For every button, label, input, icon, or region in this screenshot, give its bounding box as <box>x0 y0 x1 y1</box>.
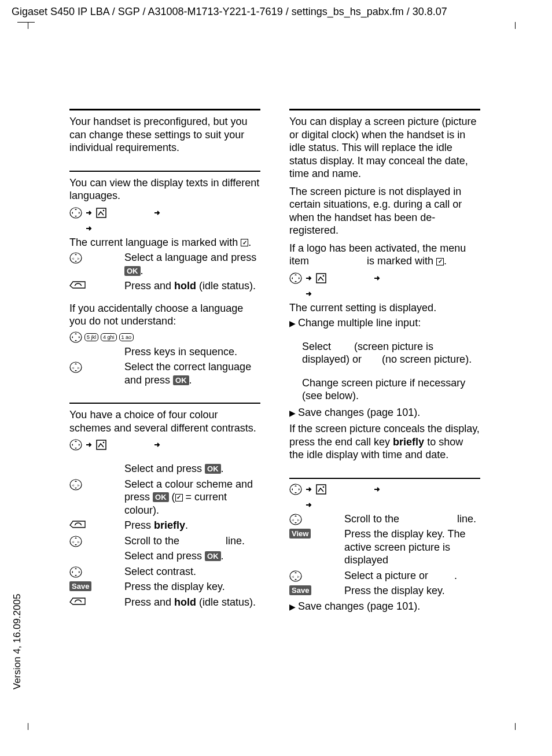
menu-icon <box>316 484 326 495</box>
arrow-icon <box>154 210 161 216</box>
nav-sequence <box>289 272 480 297</box>
arrow-icon <box>306 291 312 297</box>
nav-key-icon <box>69 479 82 491</box>
current-setting: The current setting is displayed. <box>289 301 480 315</box>
menu-icon <box>96 208 106 218</box>
instruction-row: Select contrast. <box>69 565 260 578</box>
crop-mark <box>17 22 29 23</box>
instruction-row: Select and press OK. <box>69 550 260 563</box>
screen-pic-p1: You can display a screen picture (pictur… <box>289 115 480 180</box>
nav-key-icon <box>289 272 302 284</box>
instruction-row: Press and hold (idle status). <box>69 279 260 293</box>
instruction-row: Select a picture or . <box>289 569 480 582</box>
display-intro: You have a choice of four colour schemes… <box>69 408 260 434</box>
instruction-row: Select a language and press OK. <box>69 251 260 277</box>
nav-key-icon <box>69 362 82 373</box>
end-call-key-icon <box>69 597 86 606</box>
save-displaykey: Save <box>69 581 91 591</box>
nav-key-icon <box>69 252 82 264</box>
arrow-icon <box>86 226 93 231</box>
menu-icon <box>316 273 326 283</box>
doc-header: Gigaset S450 IP LBA / SGP / A31008-M1713… <box>0 0 552 19</box>
save-changes: ▶Save changes (page 101). <box>289 406 480 419</box>
right-column: You can display a screen picture (pictur… <box>289 106 480 615</box>
nav-key-icon <box>289 570 302 582</box>
check-icon: ✓ <box>241 239 248 246</box>
lang-intro: You can view the display texts in differ… <box>69 176 260 202</box>
divider <box>289 478 480 479</box>
screen-pic-p3: If a logo has been activated, the menu i… <box>289 242 480 268</box>
instruction-row: Press keys in sequence. <box>69 345 260 359</box>
crop-mark <box>515 22 516 29</box>
instruction-row: Select and press OK. <box>69 462 260 475</box>
instruction-row: View Press the display key. The active s… <box>289 528 480 567</box>
divider <box>69 171 260 172</box>
arrow-icon <box>374 275 381 281</box>
menu-icon <box>96 440 106 450</box>
nav-key-icon <box>69 439 82 451</box>
arrow-icon <box>306 486 312 492</box>
accidental-lang: If you accidentally choose a language yo… <box>69 302 260 328</box>
current-lang: The current language is marked with ✓. <box>69 236 260 249</box>
instruction-row: Press briefly. <box>69 519 260 532</box>
divider <box>69 109 260 110</box>
nav-key-icon <box>69 536 82 547</box>
view-displaykey: View <box>289 529 311 539</box>
save-displaykey: Save <box>289 585 311 595</box>
version-label: Version 4, 16.09.2005 <box>12 594 23 689</box>
end-call-key-icon <box>69 281 86 289</box>
ok-key: OK <box>205 551 221 561</box>
instruction-row: Save Press the display key. <box>289 584 480 598</box>
divider <box>69 403 260 404</box>
divider <box>289 109 480 110</box>
arrow-icon <box>374 486 381 492</box>
check-icon: ✓ <box>436 258 444 265</box>
nav-key-icon <box>69 566 82 578</box>
change-line: ▶Change multiple line input: <box>289 316 480 330</box>
ok-key: OK <box>205 464 221 474</box>
select-option: Select (screen picture is displayed) or … <box>302 340 480 366</box>
nav-key-icon <box>289 514 302 525</box>
nav-key-icon <box>69 207 82 219</box>
arrow-icon <box>306 275 312 281</box>
instruction-row: Select a colour scheme and press OK (✓ =… <box>69 478 260 517</box>
conceal-note: If the screen picture conceals the displ… <box>289 422 480 462</box>
end-call-key-icon <box>69 520 86 529</box>
screen-pic-p2: The screen picture is not displayed in c… <box>289 185 480 237</box>
instruction-row: Scroll to the line. <box>289 512 480 526</box>
instruction-row: Scroll to the line. <box>69 534 260 548</box>
save-changes-2: ▶Save changes (page 101). <box>289 600 480 613</box>
key-1: 1 ao <box>119 333 134 341</box>
arrow-icon <box>306 502 312 508</box>
intro-text: Your handset is preconfigured, but you c… <box>69 115 260 154</box>
arrow-icon <box>154 442 161 448</box>
check-icon: ✓ <box>175 494 183 501</box>
key-4: 4 ghi <box>101 333 117 341</box>
nav-sequence <box>289 484 480 508</box>
arrow-icon <box>86 442 93 448</box>
instruction-row: Press and hold (idle status). <box>69 596 260 609</box>
instruction-row: Select the correct language and press OK… <box>69 360 260 386</box>
change-pic: Change screen picture if necessary (see … <box>302 377 480 403</box>
instruction-row: Save Press the display key. <box>69 580 260 593</box>
ok-key: OK <box>173 375 189 385</box>
left-column: Your handset is preconfigured, but you c… <box>69 106 260 615</box>
nav-sequence <box>69 439 260 451</box>
nav-sequence <box>69 207 260 231</box>
instruction-row: 5 jkl 4 ghi 1 ao <box>69 330 260 343</box>
ok-key: OK <box>124 266 141 276</box>
crop-mark <box>28 22 35 29</box>
crop-mark <box>515 723 516 730</box>
nav-key-icon <box>69 331 82 343</box>
arrow-icon <box>86 210 93 216</box>
key-5: 5 jkl <box>84 333 98 341</box>
nav-key-icon <box>289 484 302 495</box>
ok-key: OK <box>153 492 169 502</box>
crop-mark <box>28 723 28 730</box>
